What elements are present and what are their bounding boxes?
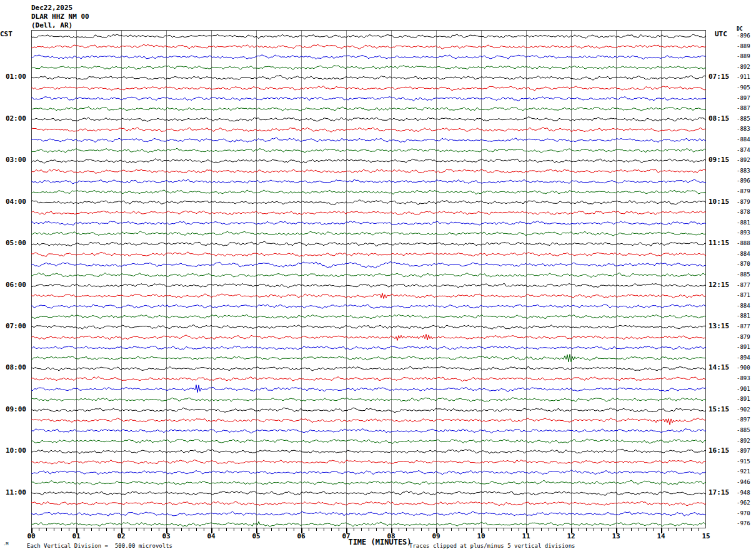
seismogram-trace-row bbox=[31, 315, 706, 319]
seismogram-trace-row bbox=[31, 283, 706, 288]
cst-hour-label: 04:00 bbox=[0, 198, 29, 206]
dc-value: -948 bbox=[737, 490, 750, 496]
seismogram-trace-row bbox=[31, 460, 706, 464]
seismogram-trace-row bbox=[31, 398, 706, 402]
dc-value: -896 bbox=[737, 33, 750, 39]
dc-value: -887 bbox=[737, 105, 750, 111]
cst-hour-label: 01:00 bbox=[0, 73, 29, 81]
seismogram-trace-row bbox=[31, 418, 706, 425]
minute-tick-label: 03 bbox=[162, 532, 170, 540]
seismogram-trace-row bbox=[31, 148, 706, 153]
title-date: Dec22,2025 bbox=[31, 4, 72, 12]
dc-value: -897 bbox=[737, 448, 750, 454]
seismogram-trace-row bbox=[31, 355, 706, 362]
dc-value: -905 bbox=[737, 84, 750, 91]
seismogram-trace-row bbox=[31, 221, 706, 226]
dc-value: -871 bbox=[737, 292, 750, 298]
dc-value: -881 bbox=[737, 219, 750, 226]
seismogram-trace-row bbox=[31, 293, 706, 299]
dc-value: -897 bbox=[737, 416, 750, 423]
dc-value: -900 bbox=[737, 365, 750, 371]
minute-tick-label: 12 bbox=[567, 532, 575, 540]
seismogram-trace-row bbox=[31, 305, 706, 309]
dc-value: -946 bbox=[737, 479, 750, 485]
dc-value: -901 bbox=[737, 386, 750, 392]
seismogram-trace-row bbox=[31, 346, 706, 350]
seismogram-trace-row bbox=[31, 107, 706, 111]
dc-value: -897 bbox=[737, 95, 750, 101]
seismogram-trace-row bbox=[31, 200, 706, 205]
dc-value: -883 bbox=[737, 168, 750, 174]
minute-tick-label: 01 bbox=[72, 532, 80, 540]
utc-hour-label: 13:15 bbox=[709, 322, 729, 330]
cst-hour-label: 05:00 bbox=[0, 239, 29, 247]
minute-tick-label: 11 bbox=[522, 532, 530, 540]
seismogram-trace-row bbox=[31, 179, 706, 184]
cst-hour-label: 03:00 bbox=[0, 156, 29, 164]
minute-tick-label: 14 bbox=[657, 532, 665, 540]
dc-value: -889 bbox=[737, 43, 750, 49]
seismogram-trace-row bbox=[31, 511, 706, 516]
seismogram-trace-row bbox=[31, 480, 706, 485]
dc-value: -885 bbox=[737, 427, 750, 433]
seismogram-trace-row bbox=[31, 252, 706, 256]
seismogram-trace-row bbox=[31, 159, 706, 163]
helicorder-screen: Dec22,2025 DLAR HHZ NM 00 (Dell, AR) CST… bbox=[0, 0, 756, 554]
dc-value: -902 bbox=[737, 406, 750, 413]
dc-value: -884 bbox=[737, 136, 750, 143]
dc-value: -915 bbox=[737, 458, 750, 465]
seismogram-trace-row bbox=[31, 429, 706, 433]
dc-value: -892 bbox=[737, 64, 750, 70]
division-note: Each Vertical Division = 500.00 microvol… bbox=[27, 543, 172, 549]
seismogram-trace-row bbox=[31, 491, 706, 495]
dc-value: -884 bbox=[737, 303, 750, 309]
utc-hour-label: 11:15 bbox=[709, 239, 729, 247]
dc-value: -891 bbox=[737, 344, 750, 350]
utc-hour-label: 16:15 bbox=[709, 446, 729, 455]
dc-value: -889 bbox=[737, 53, 750, 59]
seismogram-trace-row bbox=[31, 34, 706, 39]
dc-value: -896 bbox=[737, 178, 750, 184]
dc-value: -894 bbox=[737, 355, 750, 361]
dc-value: -888 bbox=[737, 240, 750, 246]
seismogram-trace-row bbox=[31, 138, 706, 142]
minute-tick-label: 13 bbox=[612, 532, 620, 540]
dc-value: -970 bbox=[737, 510, 750, 516]
seismogram-trace-row bbox=[31, 501, 706, 506]
right-axis-header: UTC bbox=[715, 30, 727, 38]
seismogram-trace-row bbox=[31, 262, 706, 268]
seismogram-trace-row bbox=[31, 470, 706, 475]
dc-value: -879 bbox=[737, 188, 750, 194]
dc-column-header: DC bbox=[737, 26, 743, 32]
seismogram-trace-row bbox=[31, 231, 706, 236]
cst-hour-label: 07:00 bbox=[0, 322, 29, 330]
clip-note: Traces clipped at plus/minus 5 vertical … bbox=[409, 543, 575, 549]
seismogram-trace-row bbox=[31, 65, 706, 69]
seismogram-trace-row bbox=[31, 385, 706, 393]
minute-tick-label: 05 bbox=[252, 532, 260, 540]
title-location: (Dell, AR) bbox=[31, 21, 72, 29]
minute-tick-label: 10 bbox=[477, 532, 485, 540]
seismogram-trace-row bbox=[31, 75, 706, 80]
dc-value: -891 bbox=[737, 396, 750, 402]
cst-hour-label: 10:00 bbox=[0, 446, 29, 455]
dc-value: -892 bbox=[737, 438, 750, 444]
dc-value: -879 bbox=[737, 334, 750, 340]
cst-hour-label: 08:00 bbox=[0, 363, 29, 371]
utc-hour-label: 08:15 bbox=[709, 114, 729, 123]
seismogram-trace-row bbox=[31, 169, 706, 174]
seismogram-trace-row bbox=[31, 439, 706, 444]
plot-frame bbox=[32, 31, 706, 528]
minute-tick-label: 09 bbox=[432, 532, 440, 540]
left-axis-header: CST bbox=[0, 30, 12, 38]
cst-hour-label: 06:00 bbox=[0, 281, 29, 289]
dc-value: -878 bbox=[737, 209, 750, 215]
dc-value: -881 bbox=[737, 313, 750, 319]
minute-tick-label: 15 bbox=[702, 532, 710, 540]
dc-value: -962 bbox=[737, 500, 750, 506]
plot-title: Dec22,2025 DLAR HHZ NM 00 (Dell, AR) bbox=[31, 4, 89, 30]
dc-value: -879 bbox=[737, 199, 750, 205]
seismogram-trace-row bbox=[31, 241, 706, 246]
logo-mark: .M bbox=[3, 541, 8, 546]
seismogram-trace-row bbox=[31, 86, 706, 91]
